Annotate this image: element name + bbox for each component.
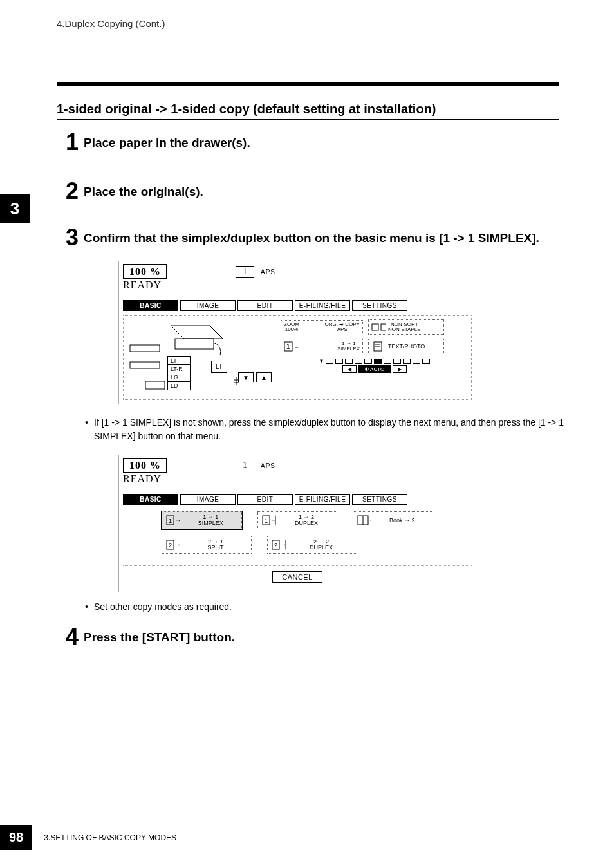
lcd-screenshot-basic: 100 % 1 APS READY BASIC IMAGE EDIT E-FIL… xyxy=(118,261,476,404)
aps-label: APS xyxy=(261,462,275,469)
simplex-duplex-button[interactable]: 1→1 1 → 1SIMPLEX xyxy=(281,339,363,354)
density-left-button[interactable]: ◀ xyxy=(342,365,357,373)
svg-rect-9 xyxy=(381,324,386,330)
zoom-org-button[interactable]: ZOOM100% ORG. ➔ COPYAPS xyxy=(281,320,363,334)
copy-count: 1 xyxy=(236,460,254,471)
duplex-to-page-icon: 2→1 xyxy=(166,539,180,551)
arrow-down-button[interactable]: ▼ xyxy=(238,372,254,382)
divider xyxy=(57,82,559,86)
svg-text:1: 1 xyxy=(286,343,290,350)
paper-size-button[interactable]: LT xyxy=(211,361,227,373)
arrow-up-button[interactable]: ▲ xyxy=(256,372,272,382)
page-number: 98 xyxy=(0,825,32,850)
tray-ltr: LT-R xyxy=(167,364,191,373)
note-simplex: If [1 -> 1 SIMPLEX] is not shown, press … xyxy=(85,416,568,443)
step-number: 2 xyxy=(57,180,79,203)
tray-ld: LD xyxy=(167,381,191,390)
ready-status: READY xyxy=(123,279,472,291)
section-title: 1-sided original -> 1-sided copy (defaul… xyxy=(57,102,559,120)
simplex-1-1-button[interactable]: 1→1 1 → 1SIMPLEX xyxy=(162,511,242,529)
svg-text:2: 2 xyxy=(274,542,277,549)
step-1: 1 Place paper in the drawer(s). xyxy=(57,131,559,154)
zoom-percent: 100 % xyxy=(123,264,167,279)
step-4: 4 Press the [START] button. xyxy=(57,625,559,648)
svg-text:→: → xyxy=(369,517,371,524)
breadcrumb: 4.Duplex Copying (Cont.) xyxy=(57,18,165,29)
svg-rect-8 xyxy=(372,324,378,330)
step-text: Press the [START] button. xyxy=(84,625,559,646)
svg-text:2: 2 xyxy=(169,542,172,549)
tab-image[interactable]: IMAGE xyxy=(180,494,236,505)
step-text: Confirm that the simplex/duplex button o… xyxy=(84,226,559,247)
lcd-screenshot-duplex-menu: 100 % 1 APS READY BASIC IMAGE EDIT E-FIL… xyxy=(118,455,476,592)
tab-row: BASIC IMAGE EDIT E-FILING/FILE SETTINGS xyxy=(123,494,472,505)
duplex-2-2-button[interactable]: 2→2 2 → 2DUPLEX xyxy=(267,536,357,554)
svg-text:1: 1 xyxy=(169,518,172,524)
sort-button[interactable]: NON-SORTNON-STAPLE xyxy=(368,319,444,335)
tray-lg: LG xyxy=(167,373,191,382)
aps-label: APS xyxy=(261,269,275,276)
tab-efiling[interactable]: E-FILING/FILE xyxy=(295,300,350,311)
svg-rect-0 xyxy=(130,345,160,352)
step-number: 3 xyxy=(57,226,79,249)
tab-edit[interactable]: EDIT xyxy=(237,300,293,311)
density-scale: ▼ xyxy=(281,358,469,364)
paper-tray-area: LT LT-R LG LD LT ▼ ▲ xyxy=(126,319,274,397)
tray-lt: LT xyxy=(167,356,191,365)
tab-image[interactable]: IMAGE xyxy=(180,300,236,311)
tab-settings[interactable]: SETTINGS xyxy=(352,494,407,505)
footer: 98 3.SETTING OF BASIC COPY MODES xyxy=(0,825,176,850)
printer-icon xyxy=(126,319,274,397)
step-number: 1 xyxy=(57,131,79,154)
tab-basic[interactable]: BASIC xyxy=(123,300,178,311)
svg-rect-3 xyxy=(175,339,214,349)
duplex-1-2-button[interactable]: 1→2 1 → 2DUPLEX xyxy=(257,511,338,529)
svg-rect-4 xyxy=(145,381,165,389)
text-photo-button[interactable]: TEXT/PHOTO xyxy=(368,339,444,354)
svg-rect-1 xyxy=(130,362,160,368)
note-other-modes: Set other copy modes as required. xyxy=(85,600,568,614)
tab-basic[interactable]: BASIC xyxy=(123,494,178,505)
page-to-page-icon: 1→1 xyxy=(166,514,180,526)
density-right-button[interactable]: ▶ xyxy=(393,365,407,373)
svg-text:→: → xyxy=(271,517,276,524)
zoom-percent: 100 % xyxy=(123,458,167,473)
tab-efiling[interactable]: E-FILING/FILE xyxy=(295,494,350,505)
step-text: Place the original(s). xyxy=(84,180,559,200)
step-text: Place paper in the drawer(s). xyxy=(84,131,559,151)
copy-count: 1 xyxy=(236,266,254,278)
svg-text:→: → xyxy=(281,542,286,548)
tab-settings[interactable]: SETTINGS xyxy=(352,300,407,311)
page-to-duplex-icon: 1→2 xyxy=(262,514,276,526)
split-2-1-button[interactable]: 2→1 2 → 1SPLIT xyxy=(162,536,252,554)
ready-status: READY xyxy=(123,473,472,485)
duplex-to-duplex-icon: 2→2 xyxy=(272,539,286,551)
step-3: 3 Confirm that the simplex/duplex button… xyxy=(57,226,559,249)
tab-edit[interactable]: EDIT xyxy=(237,494,293,505)
stack-icon xyxy=(371,321,386,333)
chapter-side-tab: 3 xyxy=(0,194,30,223)
footer-chapter: 3.SETTING OF BASIC COPY MODES xyxy=(44,833,176,842)
density-auto-button[interactable]: ◐ AUTO xyxy=(358,365,391,373)
svg-text:1: 1 xyxy=(265,518,268,524)
document-icon xyxy=(371,341,386,352)
svg-marker-2 xyxy=(171,326,223,339)
tab-row: BASIC IMAGE EDIT E-FILING/FILE SETTINGS xyxy=(123,300,472,311)
svg-text:→: → xyxy=(175,517,180,524)
svg-text:→: → xyxy=(175,542,180,548)
page-to-page-icon: 1→1 xyxy=(284,341,298,352)
step-number: 4 xyxy=(57,625,79,648)
cancel-button[interactable]: CANCEL xyxy=(272,571,322,583)
book-2-button[interactable]: →2 Book → 2 xyxy=(353,511,433,529)
svg-text:→: → xyxy=(294,343,298,350)
book-to-page-icon: →2 xyxy=(357,514,371,526)
step-2: 2 Place the original(s). xyxy=(57,180,559,203)
